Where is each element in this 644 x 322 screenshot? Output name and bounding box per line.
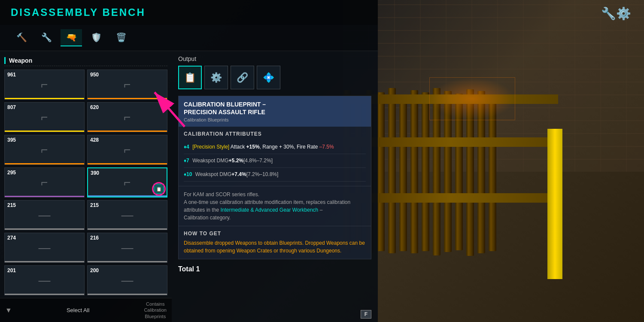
attribute-row-2: ♦10 Weakspot DMG+7.4%[7.2%–10.8%] xyxy=(184,168,366,182)
weapon-silhouette-icon: — xyxy=(39,208,51,222)
weapon-quality-bar xyxy=(5,294,84,295)
output-slots: 📋 ⚙️ 🔗 💠 xyxy=(178,66,280,89)
fence-post xyxy=(388,88,396,253)
fence-post xyxy=(399,97,407,251)
weapon-score: 215 xyxy=(90,202,99,208)
weapon-score: 620 xyxy=(90,104,99,110)
weapon-quality-bar xyxy=(5,163,84,164)
weapon-quality-bar xyxy=(5,98,84,99)
tab-wrench[interactable]: 🔧 xyxy=(36,29,57,46)
weapon-list-panel: Weapon 961 ⌐ 950 ⌐ 807 ⌐ xyxy=(0,51,172,317)
output-slot-2[interactable]: 🔗 xyxy=(231,66,254,89)
weapon-score: 274 xyxy=(7,235,16,241)
weapon-score: 216 xyxy=(90,235,99,241)
weapon-quality-bar xyxy=(5,228,84,230)
weapon-item[interactable]: 295 ⌐ xyxy=(4,167,85,197)
attribute-row-0: ♦4 [Precision Style] Attack +15%, Range … xyxy=(184,140,366,154)
workbench-link[interactable]: Intermediate & Advanced Gear Workbench xyxy=(220,207,318,213)
weapon-silhouette-icon: ⌐ xyxy=(124,143,131,157)
total-label: Total 1 xyxy=(178,265,200,273)
section-label: Weapon xyxy=(9,57,32,64)
item-info-panel: CALIBRATION BLUEPRINT –PRECISION ASSAULT… xyxy=(178,96,371,259)
output-label: Output xyxy=(178,55,280,62)
weapon-score: 428 xyxy=(90,137,99,143)
weapon-silhouette-icon: ⌐ xyxy=(41,78,48,91)
weapon-item[interactable]: 201 — xyxy=(4,265,85,295)
output-slot-3[interactable]: 💠 xyxy=(257,66,280,89)
weapon-score: 200 xyxy=(90,267,99,273)
weapon-silhouette-icon: — xyxy=(122,208,134,222)
attr-desc: Weakspot DMG+5.2%[4.8%–7.2%] xyxy=(192,158,273,164)
weapon-quality-bar xyxy=(88,131,167,132)
f-key-button[interactable]: F xyxy=(361,310,371,317)
weapon-score: 961 xyxy=(7,72,16,78)
select-all-button[interactable]: Select All xyxy=(67,307,89,313)
weapon-item[interactable]: 807 ⌐ xyxy=(4,102,85,132)
attr-desc: Weakspot DMG+7.4%[7.2%–10.8%] xyxy=(195,171,279,177)
how-to-get-text: Disassemble dropped Weapons to obtain Bl… xyxy=(184,239,366,255)
filter-icon[interactable]: ▼ xyxy=(5,307,12,314)
tab-trash[interactable]: 🗑️ xyxy=(110,29,132,46)
attr-value: Attack +15%, Range + 30%, Fire Rate xyxy=(231,144,319,150)
weapon-silhouette-icon: ⌐ xyxy=(124,110,131,124)
weapon-silhouette-icon: ⌐ xyxy=(124,176,131,189)
weapon-item[interactable]: 395 ⌐ xyxy=(4,135,85,165)
output-slot-0[interactable]: 📋 xyxy=(178,66,202,89)
attr-level: ♦7 xyxy=(184,158,189,164)
output-slot-icon: ⚙️ xyxy=(210,72,222,83)
output-slot-icon: 🔗 xyxy=(237,72,248,83)
weapon-score: 295 xyxy=(7,170,16,176)
weapon-quality-bar xyxy=(5,261,84,262)
output-slot-1[interactable]: ⚙️ xyxy=(204,66,228,89)
weapon-item[interactable]: 216 — xyxy=(87,233,167,263)
section-bar xyxy=(4,57,6,64)
description-section: For KAM and SCOR series rifles.A one-tim… xyxy=(179,186,371,226)
weapon-item[interactable]: 950 ⌐ xyxy=(87,70,167,100)
tab-hammer[interactable]: 🔨 xyxy=(11,29,32,46)
weapon-score: 395 xyxy=(7,137,16,143)
fence-post xyxy=(410,90,418,253)
weapon-quality-bar xyxy=(5,196,84,197)
tab-shield[interactable]: 🛡️ xyxy=(85,29,107,46)
weapon-silhouette-icon: — xyxy=(122,241,134,255)
bottom-bar: ▼ Select All ContainsCalibrationBlueprin… xyxy=(0,298,172,317)
weapon-quality-bar xyxy=(88,228,167,230)
attr-level: ♦4 xyxy=(184,144,189,150)
weapon-score: 201 xyxy=(7,267,16,273)
weapon-quality-bar xyxy=(88,195,167,197)
blueprints-notice: ContainsCalibrationBlueprints xyxy=(144,301,167,317)
weapon-item[interactable]: 200 — xyxy=(87,265,167,295)
weapon-item[interactable]: 961 ⌐ xyxy=(4,70,85,100)
item-title: CALIBRATION BLUEPRINT –PRECISION ASSAULT… xyxy=(184,100,366,116)
fence-post xyxy=(422,92,429,251)
attr-name: [Precision Style] xyxy=(192,144,229,150)
weapon-quality-bar xyxy=(5,131,84,132)
weapon-score: 807 xyxy=(7,104,16,110)
weapon-item[interactable]: 274 — xyxy=(4,233,85,263)
weapon-score: 215 xyxy=(7,202,16,208)
weapon-silhouette-icon: ⌐ xyxy=(124,78,131,91)
weapon-item[interactable]: 620 ⌐ xyxy=(87,102,167,132)
tab-bar: 🔨 🔧 🔫 🛡️ 🗑️ xyxy=(0,25,378,51)
attr-level: ♦10 xyxy=(184,171,192,177)
yellow-post xyxy=(547,129,562,279)
bench-icon: 🔧⚙️ xyxy=(601,6,631,21)
weapon-silhouette-icon: ⌐ xyxy=(41,176,48,189)
output-slot-icon: 💠 xyxy=(263,72,274,83)
weapon-silhouette-icon: — xyxy=(39,273,51,287)
weapon-silhouette-icon: — xyxy=(122,273,134,287)
weapon-silhouette-icon: ⌐ xyxy=(41,143,48,157)
content-area: Weapon 961 ⌐ 950 ⌐ 807 ⌐ xyxy=(0,51,378,317)
fence-post xyxy=(377,92,385,251)
tab-gun[interactable]: 🔫 xyxy=(61,29,82,46)
how-to-get-section: HOW TO GET Disassemble dropped Weapons t… xyxy=(179,226,371,259)
weapon-quality-bar xyxy=(88,163,167,164)
weapon-item[interactable]: 215 — xyxy=(4,200,85,230)
output-panel: Output 📋 ⚙️ 🔗 💠 xyxy=(172,51,378,317)
ui-panel: DISASSEMBLY BENCH 🔨 🔧 🔫 🛡️ 🗑️ Weapon 961… xyxy=(0,0,378,322)
weapon-item[interactable]: 428 ⌐ xyxy=(87,135,167,165)
weapon-item-selected[interactable]: 390 ⌐ 📋 xyxy=(87,167,167,197)
weapon-score: 390 xyxy=(91,170,99,176)
weapon-section-header: Weapon xyxy=(4,55,167,66)
weapon-item[interactable]: 215 — xyxy=(87,200,167,230)
